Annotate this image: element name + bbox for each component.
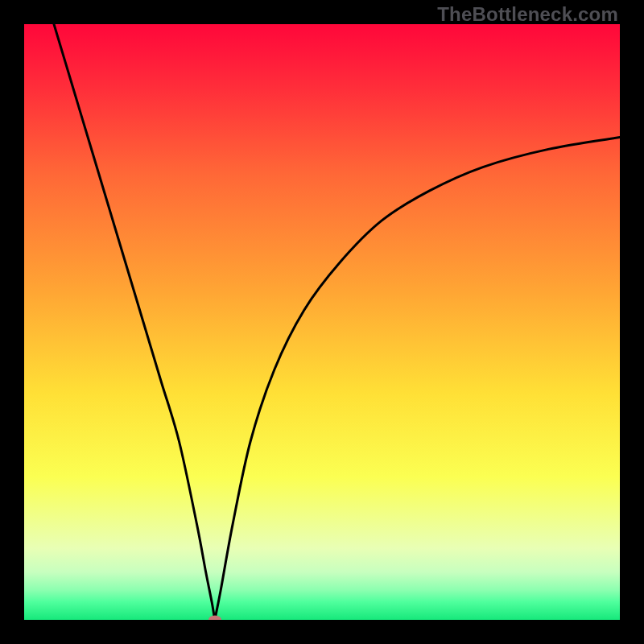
bottleneck-curve [24, 24, 620, 620]
plot-area [24, 24, 620, 620]
watermark-text: TheBottleneck.com [437, 3, 618, 26]
vertex-marker [208, 616, 221, 621]
chart-container: TheBottleneck.com [0, 0, 644, 644]
